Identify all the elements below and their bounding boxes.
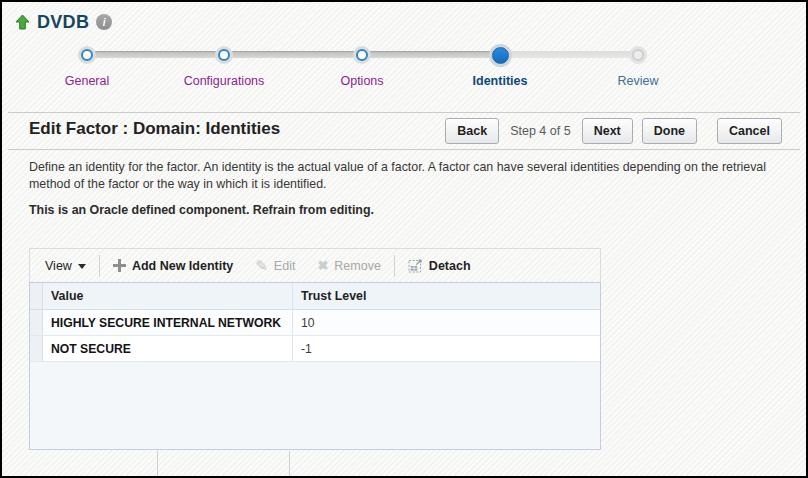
identities-toolbar: View Add New Identity ✎ Edit ✖ Remove [29,248,601,282]
step-label: Configurations [164,74,284,88]
wizard-step-options[interactable]: Options [302,42,422,88]
identities-table: Value Trust Level HIGHLY SECURE INTERNAL… [29,282,601,450]
back-button[interactable]: Back [445,118,499,144]
detach-label: Detach [429,259,471,273]
chevron-down-icon [78,264,86,269]
plus-icon [113,259,126,272]
view-menu-label: View [45,259,72,273]
pencil-icon: ✎ [255,258,268,273]
step-circle-icon [81,49,93,61]
remove-button[interactable]: ✖ Remove [306,249,391,282]
cancel-button[interactable]: Cancel [717,118,782,144]
done-button[interactable]: Done [642,118,697,144]
target-header: DVDB i [15,10,112,34]
wizard-actions: Back Step 4 of 5 Next Done Cancel [445,117,782,145]
column-guide-line [289,451,290,476]
edit-factor-wizard-window: DVDB i General Configurations Options Id… [0,0,808,478]
step-label: Review [578,74,698,88]
next-button[interactable]: Next [582,118,633,144]
wizard-step-identities[interactable]: Identities [440,42,560,88]
row-selector-header [30,283,43,309]
edit-label: Edit [274,259,296,273]
step-label: Identities [440,74,560,88]
toolbar-separator [99,255,100,277]
info-icon[interactable]: i [96,14,112,30]
step-label: General [27,74,147,88]
column-header-trust-level[interactable]: Trust Level [293,283,600,309]
table-row[interactable]: HIGHLY SECURE INTERNAL NETWORK 10 [30,310,600,336]
value-cell: NOT SECURE [43,336,293,361]
divider [8,149,800,150]
wizard-train: General Configurations Options Identitie… [2,42,806,88]
value-cell: HIGHLY SECURE INTERNAL NETWORK [43,310,293,335]
row-selector-cell[interactable] [30,310,43,335]
target-name-label: DVDB [37,12,89,33]
factor-description-text: Define an identity for the factor. An id… [29,159,789,194]
trust-level-cell: -1 [293,336,600,361]
divider [8,112,800,113]
remove-label: Remove [334,259,381,273]
detach-button[interactable]: Detach [397,249,482,282]
wizard-step-general[interactable]: General [27,42,147,88]
wizard-step-configurations[interactable]: Configurations [164,42,284,88]
wizard-step-review[interactable]: Review [578,42,698,88]
edit-button[interactable]: ✎ Edit [244,249,306,282]
table-header-row: Value Trust Level [30,283,600,310]
step-circle-icon [492,47,509,64]
oracle-defined-notice: This is an Oracle defined component. Ref… [29,203,789,217]
column-header-value[interactable]: Value [43,283,293,309]
add-new-identity-label: Add New Identity [132,259,233,273]
step-label: Options [302,74,422,88]
table-empty-area [30,362,600,449]
step-circle-icon [218,49,230,61]
remove-x-icon: ✖ [317,259,328,272]
view-menu-button[interactable]: View [34,249,97,282]
toolbar-separator [394,255,395,277]
step-indicator: Step 4 of 5 [510,124,570,138]
identities-panel: View Add New Identity ✎ Edit ✖ Remove [29,248,601,450]
step-circle-icon [356,49,368,61]
row-selector-cell[interactable] [30,336,43,361]
trust-level-cell: 10 [293,310,600,335]
table-row[interactable]: NOT SECURE -1 [30,336,600,362]
detach-icon [408,258,423,273]
add-new-identity-button[interactable]: Add New Identity [102,249,244,282]
page-title: Edit Factor : Domain: Identities [29,119,280,139]
step-circle-icon [632,49,644,61]
column-guide-line [157,451,158,476]
up-arrow-icon[interactable] [15,14,30,30]
